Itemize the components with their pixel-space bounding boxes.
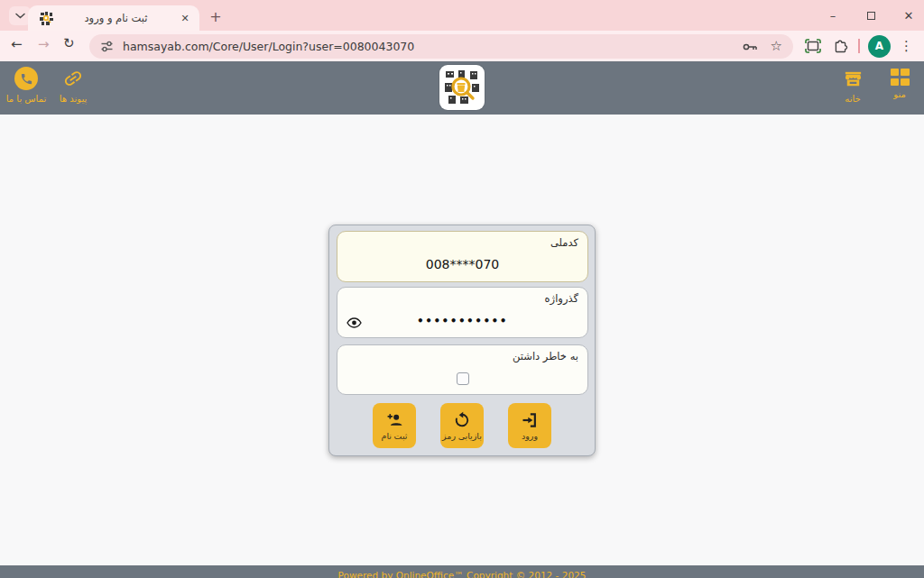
link-chain-icon <box>62 67 84 90</box>
grid-menu-icon <box>891 67 910 86</box>
navbar-item-contact[interactable]: تماس با ما <box>4 67 49 104</box>
profile-avatar[interactable]: A <box>868 35 891 58</box>
url-text[interactable]: hamsayab.com/Core/User/Login?user=008004… <box>123 40 743 53</box>
window-maximize-button[interactable] <box>863 7 879 23</box>
forward-button[interactable]: → <box>38 38 50 51</box>
site-footer: Powered by OnlineOffice™ Copyright © 201… <box>0 565 924 578</box>
site-logo[interactable] <box>439 65 485 110</box>
national-code-value: 008****070 <box>337 257 587 271</box>
toolbar-divider <box>858 39 860 53</box>
navbar-contact-label: تماس با ما <box>6 94 46 104</box>
register-button[interactable]: ثبت نام <box>373 403 416 448</box>
browser-tab[interactable]: ثبت نام و ورود ✕ <box>28 5 199 31</box>
phone-icon <box>14 67 38 90</box>
storefront-icon <box>843 67 864 90</box>
login-arrow-icon <box>521 411 539 429</box>
recovery-button-label: بازیابی رمز <box>442 431 482 441</box>
register-button-label: ثبت نام <box>382 431 408 441</box>
tab-title: ثبت نام و ورود <box>54 12 178 24</box>
chevron-down-icon <box>15 13 25 19</box>
back-button[interactable]: ← <box>11 38 23 51</box>
page-content: کدملی 008****070 گذرواژه ••••••••••• به … <box>0 115 924 565</box>
restore-history-icon <box>453 411 471 429</box>
footer-copyright-text: Powered by OnlineOffice™ Copyright © 201… <box>338 570 587 578</box>
password-key-icon[interactable] <box>743 41 758 52</box>
remember-field: به خاطر داشتن <box>337 344 588 395</box>
screen-capture-icon[interactable] <box>805 39 821 53</box>
window-controls: – ✕ <box>825 0 917 31</box>
url-bar[interactable]: hamsayab.com/Core/User/Login?user=008004… <box>89 34 793 59</box>
show-password-eye-icon[interactable] <box>346 317 362 328</box>
password-recovery-button[interactable]: بازیابی رمز <box>440 403 484 448</box>
action-buttons-row: ورود بازیابی رمز <box>329 403 595 448</box>
navbar-home-label: خانه <box>845 94 860 104</box>
tab-strip: ثبت نام و ورود ✕ + – ✕ <box>0 0 924 31</box>
navbar-item-links[interactable]: پیوند ها <box>52 67 94 104</box>
reload-button[interactable]: ↻ <box>63 37 75 50</box>
login-card: کدملی 008****070 گذرواژه ••••••••••• به … <box>328 225 596 456</box>
remember-label: به خاطر داشتن <box>513 350 578 362</box>
bookmark-star-icon[interactable]: ☆ <box>771 40 782 53</box>
new-tab-button[interactable]: + <box>207 7 225 25</box>
maximize-icon <box>867 12 875 20</box>
toolbar-right-controls: A ⋮ <box>794 31 924 61</box>
navbar-menu-label: منو <box>893 89 906 99</box>
password-field[interactable]: گذرواژه ••••••••••• <box>337 287 588 338</box>
site-favicon-icon <box>39 11 54 26</box>
login-button[interactable]: ورود <box>508 403 551 448</box>
window-close-button[interactable]: ✕ <box>901 7 917 23</box>
national-code-label: کدملی <box>550 236 578 249</box>
national-code-field[interactable]: کدملی 008****070 <box>337 231 588 282</box>
person-add-icon <box>385 411 404 429</box>
password-value: ••••••••••• <box>337 315 587 327</box>
site-settings-icon[interactable] <box>100 40 114 53</box>
tab-close-icon[interactable]: ✕ <box>178 11 192 25</box>
chrome-menu-icon[interactable]: ⋮ <box>900 38 913 54</box>
extensions-puzzle-icon[interactable] <box>833 39 848 54</box>
remember-checkbox[interactable] <box>457 372 469 385</box>
navbar-item-menu[interactable]: منو <box>881 67 919 99</box>
navbar-item-home[interactable]: خانه <box>832 67 873 104</box>
window-minimize-button[interactable]: – <box>825 7 841 23</box>
navbar-links-label: پیوند ها <box>60 94 88 104</box>
login-button-label: ورود <box>522 431 538 441</box>
password-label: گذرواژه <box>545 292 578 305</box>
